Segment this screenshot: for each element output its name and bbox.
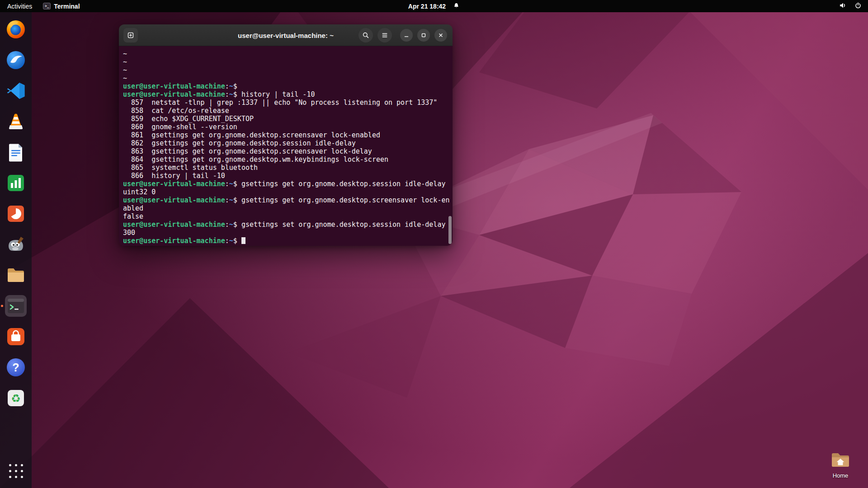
ubuntu-software-icon xyxy=(6,327,26,347)
menu-button[interactable] xyxy=(377,28,392,42)
terminal-line: ~ xyxy=(123,58,449,66)
hamburger-menu-icon xyxy=(381,32,388,39)
firefox-icon xyxy=(6,19,26,39)
terminal-line: ~ xyxy=(123,66,449,74)
terminal-line: 861 gsettings get org.gnome.desktop.scre… xyxy=(123,131,449,139)
dock-item-libreoffice-writer[interactable] xyxy=(5,141,27,163)
maximize-button[interactable] xyxy=(417,29,430,42)
terminal-line: user@user-virtual-machine:~$ gsettings s… xyxy=(123,221,449,229)
terminal-icon xyxy=(6,296,26,316)
top-bar: Activities >_ Terminal Apr 21 18:42 xyxy=(0,0,868,12)
dock-item-libreoffice-calc[interactable] xyxy=(5,172,27,194)
terminal-line: user@user-virtual-machine:~$ history | t… xyxy=(123,90,449,99)
minimize-icon xyxy=(403,32,410,38)
desktop: Activities >_ Terminal Apr 21 18:42 xyxy=(0,0,868,488)
dock-item-libreoffice-impress[interactable] xyxy=(5,203,27,225)
home-folder-label: Home xyxy=(833,472,849,479)
home-folder-icon xyxy=(830,449,851,471)
search-icon xyxy=(362,32,369,39)
dock-item-software-updater[interactable]: ♻ xyxy=(5,387,27,409)
terminal-mini-icon: >_ xyxy=(43,3,51,9)
terminal-line: 857 netstat -tlnp | grep :1337 || echo "… xyxy=(123,99,449,107)
thunderbird-icon xyxy=(6,50,26,70)
search-button[interactable] xyxy=(359,28,373,42)
dock-item-files[interactable] xyxy=(5,264,27,286)
terminal-line: user@user-virtual-machine:~$ xyxy=(123,82,449,90)
terminal-line: user@user-virtual-machine:~$ gsettings g… xyxy=(123,196,449,204)
dock-item-firefox[interactable] xyxy=(5,19,27,40)
running-indicator xyxy=(1,305,3,307)
terminal-line: 858 cat /etc/os-release xyxy=(123,107,449,115)
terminal-line: 860 gnome-shell --version xyxy=(123,123,449,131)
dock-item-terminal[interactable] xyxy=(5,295,27,317)
dock-item-help[interactable]: ? xyxy=(5,357,27,378)
terminal-line: false xyxy=(123,212,449,221)
new-tab-icon xyxy=(127,32,134,39)
terminal-line: 865 systemctl status bluetooth xyxy=(123,164,449,172)
terminal-line: abled xyxy=(123,204,449,212)
home-folder-desktop-icon[interactable]: Home xyxy=(823,449,858,479)
libreoffice-writer-icon xyxy=(6,142,26,162)
show-applications-button[interactable] xyxy=(5,460,27,482)
power-icon[interactable] xyxy=(854,2,862,10)
app-menu[interactable]: >_ Terminal xyxy=(43,3,80,10)
terminal-line: ~ xyxy=(123,74,449,82)
terminal-line: 864 gsettings get org.gnome.desktop.wm.k… xyxy=(123,155,449,164)
activities-button[interactable]: Activities xyxy=(7,3,32,10)
terminal-line: 862 gsettings get org.gnome.desktop.sess… xyxy=(123,139,449,147)
libreoffice-calc-icon xyxy=(6,173,26,193)
speaker-icon[interactable] xyxy=(839,2,846,10)
dock-item-ubuntu-software[interactable] xyxy=(5,326,27,347)
help-icon: ? xyxy=(6,357,26,377)
app-menu-label: Terminal xyxy=(54,3,80,10)
close-icon xyxy=(438,32,444,38)
dock-item-thunderbird[interactable] xyxy=(5,49,27,71)
terminal-line: 866 history | tail -10 xyxy=(123,172,449,180)
terminal-line: uint32 0 xyxy=(123,188,449,196)
vscode-icon xyxy=(6,81,26,101)
dock: ? ♻ xyxy=(0,12,32,488)
terminal-line: 863 gsettings get org.gnome.desktop.scre… xyxy=(123,147,449,155)
show-apps-grid-icon xyxy=(9,464,23,478)
software-updater-icon: ♻ xyxy=(6,388,26,408)
clock-label: Apr 21 18:42 xyxy=(408,3,446,10)
bell-icon xyxy=(453,2,460,10)
svg-text:♻: ♻ xyxy=(11,392,21,405)
terminal-line: user@user-virtual-machine:~$ gsettings g… xyxy=(123,180,449,188)
new-tab-button[interactable] xyxy=(123,28,138,42)
terminal-line: ~ xyxy=(123,50,449,58)
terminal-window: user@user-virtual-machine: ~ xyxy=(119,24,453,246)
terminal-line: 859 echo $XDG_CURRENT_DESKTOP xyxy=(123,115,449,123)
dock-item-vlc[interactable] xyxy=(5,111,27,132)
libreoffice-impress-icon xyxy=(6,204,26,224)
window-title: user@user-virtual-machine: ~ xyxy=(238,31,334,39)
close-button[interactable] xyxy=(434,29,447,42)
dock-item-gimp[interactable] xyxy=(5,234,27,255)
minimize-button[interactable] xyxy=(400,29,413,42)
terminal-line: 300 xyxy=(123,229,449,237)
vlc-icon xyxy=(6,112,26,131)
terminal-scrollbar[interactable] xyxy=(448,216,452,244)
svg-text:?: ? xyxy=(12,361,19,374)
maximize-icon xyxy=(420,32,427,38)
gimp-icon xyxy=(6,235,26,254)
terminal-cursor xyxy=(241,237,245,244)
terminal-output[interactable]: ~~~~user@user-virtual-machine:~$ user@us… xyxy=(119,46,453,246)
terminal-line: user@user-virtual-machine:~$ xyxy=(123,237,449,245)
terminal-titlebar[interactable]: user@user-virtual-machine: ~ xyxy=(119,24,453,46)
clock-menu[interactable]: Apr 21 18:42 xyxy=(408,0,460,12)
dock-item-vscode[interactable] xyxy=(5,80,27,102)
files-icon xyxy=(6,265,26,285)
